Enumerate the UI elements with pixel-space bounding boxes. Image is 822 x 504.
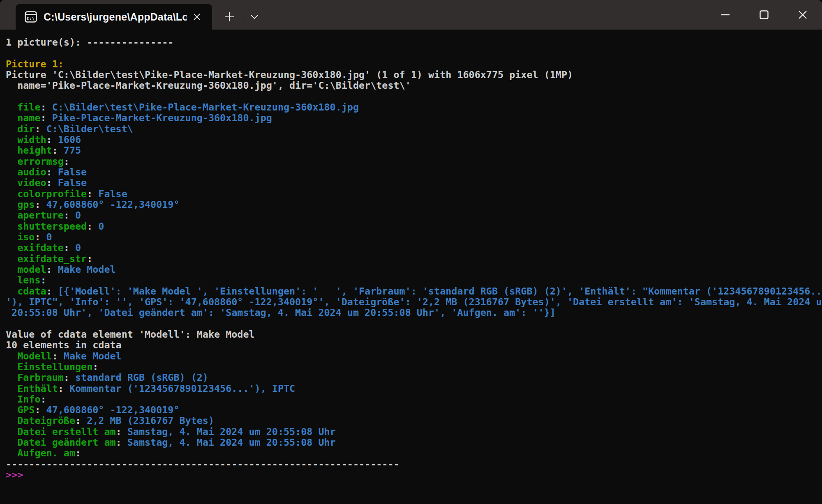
terminal-line: model: Make Model — [6, 264, 822, 275]
terminal-output[interactable]: 1 picture(s): --------------- Picture 1:… — [0, 30, 822, 504]
terminal-line: dir: C:\Bilder\test\ — [6, 124, 822, 134]
terminal-line: file: C:\Bilder\test\Pike-Place-Market-K… — [6, 102, 822, 113]
titlebar[interactable]: C:\ C:\Users\jurgene\AppData\Lo — [0, 0, 822, 30]
terminal-line: ----------------------------------------… — [6, 459, 822, 469]
terminal-line: GPS: 47,608860° -122,340019° — [6, 405, 822, 415]
tab-active[interactable]: C:\ C:\Users\jurgene\AppData\Lo — [16, 4, 212, 30]
tab-close-button[interactable] — [190, 10, 204, 24]
terminal-line: height: 775 — [6, 145, 822, 156]
terminal-line: >>> — [6, 469, 822, 480]
terminal-line: cdata: [{'Modell': 'Make Model ', 'Einst… — [6, 286, 822, 297]
terminal-line: shutterspeed: 0 — [6, 221, 822, 232]
terminal-line — [6, 91, 822, 102]
titlebar-separator — [242, 10, 242, 23]
terminal-line: Enthält: Kommentar ('1234567890123456...… — [6, 383, 822, 394]
terminal-line: exifdate_str: — [6, 253, 822, 264]
chevron-down-icon — [250, 14, 259, 19]
terminal-line: Farbraum: standard RGB (sRGB) (2) — [6, 372, 822, 383]
terminal-line: '), IPTC", 'Info': '', 'GPS': '47,608860… — [6, 297, 822, 307]
terminal-line: name: Pike-Place-Market-Kreuzung-360x180… — [6, 113, 822, 123]
terminal-line: Picture 'C:\Bilder\test\Pike-Place-Marke… — [6, 69, 822, 80]
terminal-line: name='Pike-Place-Market-Kreuzung-360x180… — [6, 80, 822, 91]
terminal-line: colorprofile: False — [6, 189, 822, 199]
minimize-button[interactable] — [706, 0, 745, 30]
minimize-icon — [721, 14, 730, 16]
terminal-line: iso: 0 — [6, 232, 822, 242]
terminal-line: 10 elements in cdata — [6, 340, 822, 350]
terminal-line: Dateigröße: 2,2 MB (2316767 Bytes) — [6, 415, 822, 426]
terminal-line: audio: False — [6, 167, 822, 177]
terminal-line: Einstellungen: — [6, 361, 822, 372]
terminal-icon: C:\ — [25, 11, 37, 23]
svg-text:C:\: C:\ — [27, 16, 35, 21]
terminal-line: Datei erstellt am: Samstag, 4. Mai 2024 … — [6, 426, 822, 437]
terminal-line: Aufgen. am: — [6, 448, 822, 458]
maximize-button[interactable] — [745, 0, 783, 30]
terminal-line: Info: — [6, 394, 822, 405]
terminal-line — [6, 318, 822, 329]
terminal-line: Value of cdata element 'Modell': Make Mo… — [6, 329, 822, 340]
terminal-window: C:\ C:\Users\jurgene\AppData\Lo — [0, 0, 822, 504]
window-controls — [706, 0, 822, 30]
terminal-line: 20:55:08 Uhr', 'Datei geändert am': 'Sam… — [6, 307, 822, 318]
tab-dropdown-button[interactable] — [245, 7, 264, 27]
terminal-line: lens: — [6, 275, 822, 285]
terminal-line: aperture: 0 — [6, 210, 822, 221]
new-tab-button[interactable] — [219, 7, 239, 27]
terminal-line: width: 1606 — [6, 134, 822, 145]
terminal-line: Picture 1: — [6, 59, 822, 69]
tab-title: C:\Users\jurgene\AppData\Lo — [44, 11, 187, 23]
close-icon — [798, 10, 807, 19]
terminal-line: Modell: Make Model — [6, 351, 822, 361]
terminal-line: exifdate: 0 — [6, 242, 822, 253]
terminal-line: Datei geändert am: Samstag, 4. Mai 2024 … — [6, 437, 822, 448]
terminal-line: 1 picture(s): --------------- — [6, 37, 822, 48]
terminal-line: errormsg: — [6, 156, 822, 167]
close-icon — [193, 13, 201, 21]
plus-icon — [224, 12, 235, 22]
terminal-line: video: False — [6, 177, 822, 188]
terminal-line: gps: 47,608860° -122,340019° — [6, 199, 822, 210]
close-button[interactable] — [783, 0, 822, 30]
maximize-icon — [760, 10, 769, 19]
titlebar-drag-region[interactable] — [264, 0, 706, 30]
terminal-line — [6, 48, 822, 58]
